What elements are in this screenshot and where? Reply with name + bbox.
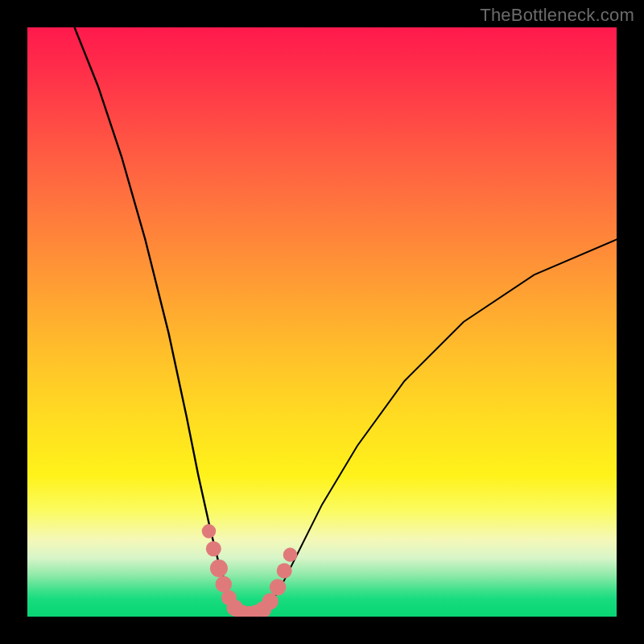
line-layer (75, 27, 617, 614)
series-right-branch (263, 240, 617, 613)
valley-marker (262, 593, 279, 610)
valley-marker (216, 576, 233, 592)
valley-marker (283, 547, 298, 562)
valley-marker (210, 559, 228, 577)
valley-marker (270, 579, 287, 596)
plot-area (27, 27, 617, 617)
series-left-branch (75, 27, 239, 612)
marker-layer (202, 524, 298, 617)
chart-svg (27, 27, 617, 617)
valley-marker (277, 563, 292, 578)
chart-frame: TheBottleneck.com (0, 0, 644, 644)
watermark-text: TheBottleneck.com (480, 5, 634, 26)
valley-marker (206, 541, 221, 556)
valley-marker (202, 524, 217, 539)
